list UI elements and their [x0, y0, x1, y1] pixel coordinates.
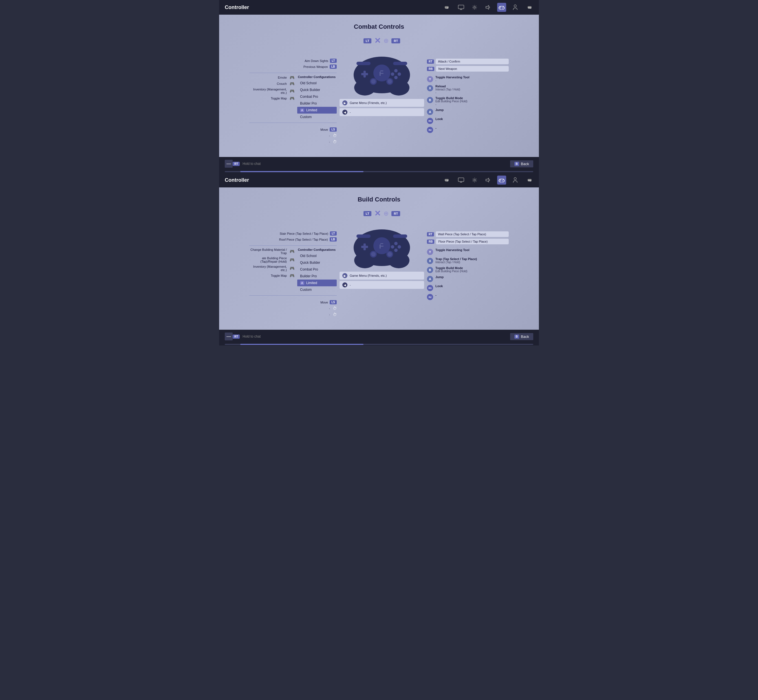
- config-label-1: Controller Configurations: [297, 75, 337, 79]
- config-item-old-school-1[interactable]: Old School: [297, 80, 337, 86]
- x-button-1[interactable]: X: [427, 85, 433, 91]
- a-button-1[interactable]: A: [427, 109, 433, 115]
- config-item-combat-pro-1[interactable]: Combat Pro: [297, 93, 337, 100]
- b-button-2[interactable]: B: [427, 267, 433, 273]
- svg-rect-59: [361, 246, 368, 248]
- binding-move-label-2: Move: [320, 301, 328, 304]
- binding-stair-btn[interactable]: LT: [330, 231, 337, 236]
- nav-monitor-1[interactable]: [457, 3, 465, 12]
- nav-gamepad-1[interactable]: [497, 3, 506, 12]
- trigger-lt-2[interactable]: LT: [363, 211, 372, 216]
- a-action-main-2: Jump: [435, 275, 509, 279]
- config-item-custom-2[interactable]: Custom: [297, 286, 337, 293]
- binding-roof-btn[interactable]: LB: [330, 237, 337, 242]
- nav-person-2[interactable]: [511, 175, 520, 184]
- y-button-1[interactable]: Y: [427, 76, 433, 82]
- page-title-2: Controller: [225, 177, 249, 183]
- config-list-2[interactable]: Old School Quick Builder Combat Pro Buil…: [297, 253, 337, 293]
- x-action-2: Trap (Tap Select / Tap Place) Interact (…: [435, 257, 509, 264]
- binding-dash-icon-3: ⏱: [333, 306, 337, 311]
- svg-rect-34: [356, 62, 371, 65]
- svg-point-27: [394, 76, 398, 79]
- triangle-icon-2: ▶: [342, 273, 348, 278]
- nav-gear-1[interactable]: [470, 3, 479, 12]
- nav-volume-2[interactable]: [484, 175, 493, 184]
- svg-rect-32: [377, 70, 381, 72]
- config-item-builder-pro-2[interactable]: Builder Pro: [297, 273, 337, 280]
- binding-wall-label: Wall Piece (Tap Select / Tap Place): [436, 231, 509, 237]
- trigger-lt-1[interactable]: LT: [363, 38, 372, 44]
- dash-btn[interactable]: ◀ -: [340, 108, 424, 116]
- config-item-builder-pro-1[interactable]: Builder Pro: [297, 100, 337, 107]
- trigger-rt-1[interactable]: RT: [392, 38, 400, 44]
- svg-point-60: [394, 242, 398, 245]
- config-item-quick-builder-2[interactable]: Quick Builder: [297, 259, 337, 266]
- back-label-1: Back: [521, 162, 529, 166]
- minus-button-2[interactable]: —: [225, 333, 233, 341]
- a-button-2[interactable]: A: [427, 276, 433, 282]
- minus-button-1[interactable]: —: [225, 160, 233, 168]
- scrollbar-thumb-2[interactable]: [240, 344, 364, 345]
- bottom-bar-left-1: —: [225, 160, 233, 168]
- config-list-1[interactable]: Old School Quick Builder Combat Pro Buil…: [297, 80, 337, 120]
- config-item-combat-pro-2[interactable]: Combat Pro: [297, 266, 337, 273]
- svg-rect-33: [383, 70, 386, 72]
- binding-move-btn-2[interactable]: LS: [330, 300, 337, 304]
- back-button-2[interactable]: B Back: [510, 333, 533, 340]
- binding-move-btn[interactable]: LS: [330, 127, 337, 131]
- svg-rect-38: [458, 178, 464, 181]
- scrollbar-thumb-1[interactable]: [240, 171, 364, 172]
- game-menu-btn-2[interactable]: ▶ Game Menu (Friends, etc.): [340, 272, 424, 280]
- trigger-rt-2[interactable]: RT: [392, 211, 400, 216]
- center-buttons-2: ▶ Game Menu (Friends, etc.) ◀ -: [340, 272, 424, 290]
- b-button-1[interactable]: B: [427, 97, 433, 103]
- back-label-2: Back: [521, 334, 529, 339]
- btn-group-r2-1: R2 -: [427, 126, 509, 133]
- binding-floor-btn[interactable]: RB: [427, 239, 434, 244]
- nav-lb-2[interactable]: LB: [443, 175, 452, 184]
- back-button-1[interactable]: B Back: [510, 160, 533, 167]
- config-item-limited-2[interactable]: A Limited: [297, 280, 337, 286]
- nav-volume-1[interactable]: [484, 3, 493, 12]
- binding-dash-icon-1: ⏱: [333, 133, 337, 138]
- nav-gear-2[interactable]: [470, 175, 479, 184]
- svg-point-46: [502, 181, 503, 181]
- y-button-2[interactable]: Y: [427, 249, 433, 255]
- nav-gamepad-2[interactable]: [497, 175, 506, 184]
- svg-point-65: [371, 252, 376, 256]
- game-menu-btn[interactable]: ▶ Game Menu (Friends, etc.): [340, 99, 424, 107]
- btn-group-y-2: Y Toggle Harvesting Tool: [427, 248, 509, 255]
- scrollbar-1[interactable]: [219, 170, 539, 173]
- binding-prev-weapon-btn[interactable]: LB: [330, 64, 337, 69]
- r2-button-1[interactable]: R2: [427, 127, 433, 133]
- binding-wall-btn[interactable]: RT: [427, 232, 434, 236]
- dash-btn-2[interactable]: ◀ -: [340, 281, 424, 289]
- r2-action-main-2: -: [435, 293, 509, 297]
- x-button-2[interactable]: X: [427, 258, 433, 264]
- config-item-limited-1[interactable]: A Limited: [297, 107, 337, 114]
- config-item-quick-builder-1[interactable]: Quick Builder: [297, 86, 337, 93]
- btn-group-r2-2: R2 -: [427, 293, 509, 300]
- binding-next-weapon-btn[interactable]: RB: [427, 67, 434, 71]
- scrollbar-track-2: [225, 344, 533, 345]
- nav-rb-2[interactable]: RB: [524, 175, 533, 184]
- btn-group-a-2: A Jump: [427, 275, 509, 282]
- nav-rb-1[interactable]: RB: [524, 3, 533, 12]
- binding-attack-btn[interactable]: RT: [427, 59, 434, 64]
- scrollbar-2[interactable]: [219, 343, 539, 345]
- binding-ads-btn[interactable]: LT: [330, 59, 337, 63]
- config-item-old-school-2[interactable]: Old School: [297, 253, 337, 259]
- divider-1: [249, 73, 337, 73]
- svg-text:RB: RB: [528, 180, 531, 182]
- binding-inventory: Inventory (Management, etc.) 🎮: [249, 88, 294, 94]
- rs-button-1[interactable]: RS: [427, 118, 433, 124]
- config-item-custom-1[interactable]: Custom: [297, 114, 337, 120]
- divider-3: [249, 245, 337, 246]
- r2-action-2: -: [435, 293, 509, 297]
- r2-button-2[interactable]: R2: [427, 294, 433, 300]
- rs-button-2[interactable]: RS: [427, 285, 433, 291]
- binding-repair-icon: 🎮: [290, 258, 294, 262]
- nav-person-1[interactable]: [511, 3, 520, 12]
- nav-monitor-2[interactable]: [457, 175, 465, 184]
- nav-lb-1[interactable]: LB: [443, 3, 452, 12]
